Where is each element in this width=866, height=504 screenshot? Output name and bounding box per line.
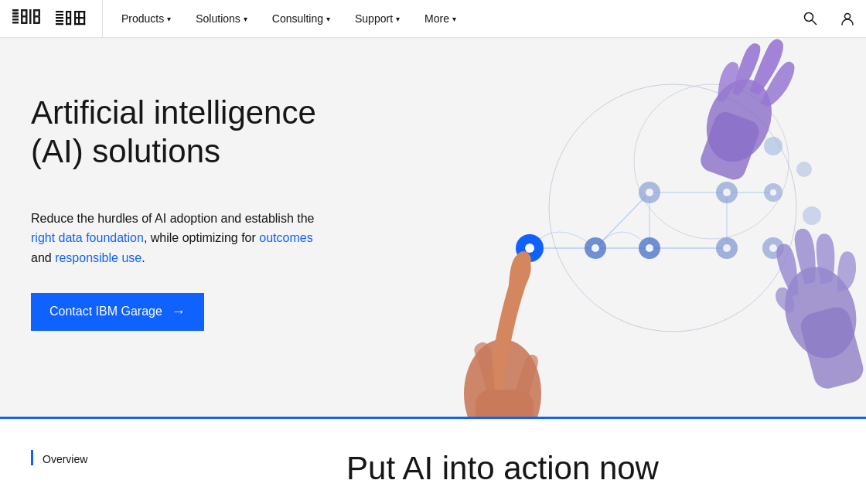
svg-point-58 [769, 244, 777, 252]
svg-point-50 [525, 243, 534, 253]
svg-rect-10 [29, 9, 32, 24]
search-button[interactable] [792, 0, 829, 38]
overview-sidebar: Overview [31, 450, 139, 465]
ibm-logo[interactable] [12, 9, 43, 28]
svg-line-37 [813, 21, 817, 26]
chevron-down-icon: ▾ [326, 15, 330, 23]
data-foundation-link[interactable]: right data foundation [31, 231, 144, 244]
svg-rect-23 [56, 23, 63, 25]
svg-point-69 [516, 251, 531, 270]
svg-point-38 [845, 14, 851, 19]
svg-point-52 [592, 244, 599, 252]
svg-point-65 [764, 137, 782, 155]
svg-rect-20 [56, 14, 63, 15]
responsible-use-link[interactable]: responsible use [55, 251, 141, 264]
ibm-logo-icon[interactable] [56, 11, 93, 26]
nav-item-products[interactable]: Products ▾ [109, 0, 183, 37]
nav-item-consulting[interactable]: Consulting ▾ [260, 0, 343, 37]
navigation: Products ▾ Solutions ▾ Consulting ▾ Supp… [0, 0, 866, 38]
svg-rect-28 [70, 11, 71, 18]
hero-title: Artificial intelligence (AI) solutions [31, 94, 356, 172]
hero-section: Artificial intelligence (AI) solutions R… [0, 38, 866, 417]
svg-rect-35 [78, 11, 80, 25]
svg-rect-17 [14, 9, 18, 12]
nav-item-solutions[interactable]: Solutions ▾ [183, 0, 260, 37]
hero-description: Reduce the hurdles of AI adoption and es… [31, 209, 325, 268]
svg-point-67 [803, 206, 821, 225]
arrow-right-icon: → [172, 304, 186, 320]
chevron-down-icon: ▾ [452, 15, 456, 23]
nav-right-icons [792, 0, 866, 37]
svg-rect-2 [12, 15, 19, 18]
hero-illustration [340, 38, 866, 417]
svg-rect-21 [56, 17, 63, 19]
svg-rect-9 [26, 9, 28, 24]
svg-point-64 [770, 189, 776, 196]
account-button[interactable] [829, 0, 866, 38]
user-icon [840, 11, 855, 26]
nav-item-support[interactable]: Support ▾ [343, 0, 412, 37]
svg-rect-4 [12, 22, 19, 24]
contact-ibm-garage-button[interactable]: Contact IBM Garage → [31, 293, 204, 331]
outcomes-link[interactable]: outcomes [259, 231, 312, 244]
nav-item-more[interactable]: More ▾ [412, 0, 469, 37]
svg-point-66 [796, 162, 812, 177]
hero-content: Artificial intelligence (AI) solutions R… [0, 38, 356, 387]
svg-point-54 [646, 244, 653, 252]
svg-rect-70 [476, 390, 534, 417]
put-ai-title: Put AI into action now [170, 450, 835, 487]
nav-items: Products ▾ Solutions ▾ Consulting ▾ Supp… [109, 0, 792, 37]
nav-divider [102, 0, 103, 38]
below-hero-section: Overview Put AI into action now [0, 417, 866, 502]
svg-point-56 [723, 244, 731, 252]
chevron-down-icon: ▾ [396, 15, 400, 23]
search-icon [803, 11, 818, 26]
chevron-down-icon: ▾ [167, 15, 171, 23]
svg-rect-18 [14, 12, 18, 15]
svg-rect-3 [12, 19, 19, 21]
hero-illustration-svg [340, 38, 866, 417]
overview-label: Overview [43, 453, 87, 465]
svg-point-60 [646, 189, 653, 196]
svg-rect-15 [39, 9, 41, 16]
svg-point-62 [723, 189, 731, 196]
svg-point-36 [805, 13, 813, 22]
svg-rect-29 [70, 18, 71, 25]
svg-rect-22 [56, 20, 63, 22]
chevron-down-icon: ▾ [244, 15, 247, 23]
svg-rect-16 [39, 17, 41, 24]
svg-rect-19 [56, 11, 63, 12]
